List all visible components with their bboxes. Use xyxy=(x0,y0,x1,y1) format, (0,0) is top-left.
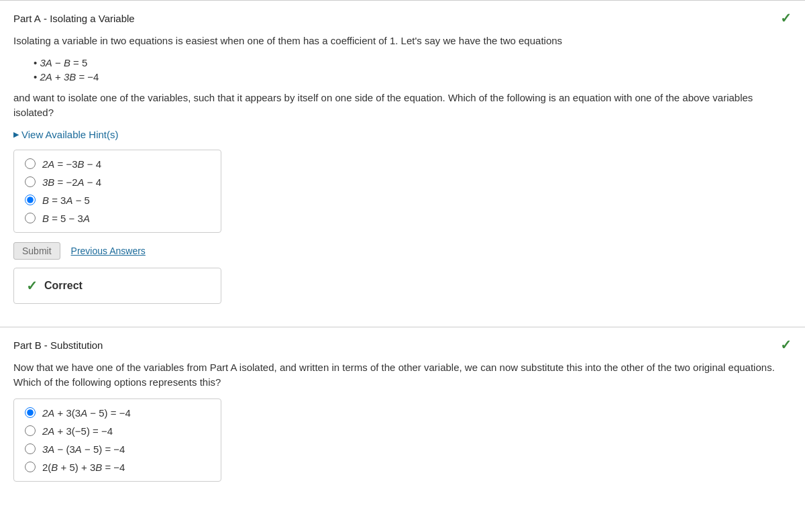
choice-a1[interactable]: 2A = −3B − 4 xyxy=(25,158,210,170)
part-a-label: Part A xyxy=(13,13,41,24)
equation-1: 3A − B = 5 xyxy=(34,57,792,68)
radio-b3[interactable] xyxy=(25,443,36,454)
radio-a3[interactable] xyxy=(25,195,36,205)
label-a1: 2A = −3B − 4 xyxy=(42,158,101,170)
part-b-corner-checkmark: ✓ xyxy=(780,337,792,353)
choice-b3[interactable]: 3A − (3A − 5) = −4 xyxy=(25,443,210,455)
choice-b4[interactable]: 2(B + 5) + 3B = −4 xyxy=(25,462,210,473)
choice-b2[interactable]: 2A + 3(−5) = −4 xyxy=(25,425,210,437)
submit-button[interactable]: Submit xyxy=(13,242,60,260)
previous-answers-link[interactable]: Previous Answers xyxy=(71,246,146,256)
part-a-section: Part A - Isolating a Variable ✓ Isolatin… xyxy=(0,0,805,320)
correct-label: Correct xyxy=(44,280,83,292)
equation-2: 2A + 3B = −4 xyxy=(34,71,792,83)
part-b-separator: - xyxy=(44,339,50,351)
hint-link[interactable]: View Available Hint(s) xyxy=(13,129,792,140)
part-b-subtitle: Substitution xyxy=(50,339,103,351)
part-a-question: and want to isolate one of the variables… xyxy=(13,91,792,121)
choice-b1[interactable]: 2A + 3(3A − 5) = −4 xyxy=(25,407,210,419)
radio-a1[interactable] xyxy=(25,158,36,169)
choice-a3[interactable]: B = 3A − 5 xyxy=(25,195,210,206)
label-a4: B = 5 − 3A xyxy=(42,213,90,224)
label-b1: 2A + 3(3A − 5) = −4 xyxy=(42,407,131,419)
part-a-choices-box: 2A = −3B − 4 3B = −2A − 4 B = 3A − 5 B =… xyxy=(13,150,221,233)
choice-a2[interactable]: 3B = −2A − 4 xyxy=(25,176,210,188)
radio-b1[interactable] xyxy=(25,407,36,418)
choice-a4[interactable]: B = 5 − 3A xyxy=(25,213,210,224)
part-a-separator: - xyxy=(44,13,50,24)
radio-b4[interactable] xyxy=(25,462,36,472)
radio-a4[interactable] xyxy=(25,213,36,223)
part-b-intro: Now that we have one of the variables fr… xyxy=(13,360,792,390)
part-b-section: Part B - Substitution ✓ Now that we have… xyxy=(0,327,805,507)
part-b-label: Part B xyxy=(13,339,42,351)
part-a-corner-checkmark: ✓ xyxy=(780,10,792,26)
label-b4: 2(B + 5) + 3B = −4 xyxy=(42,462,125,473)
part-a-header: Part A - Isolating a Variable xyxy=(13,13,792,24)
part-a-subtitle: Isolating a Variable xyxy=(50,13,134,24)
part-b-choices-box: 2A + 3(3A − 5) = −4 2A + 3(−5) = −4 3A −… xyxy=(13,398,221,482)
label-b3: 3A − (3A − 5) = −4 xyxy=(42,443,125,455)
part-a-action-row: Submit Previous Answers xyxy=(13,242,792,260)
part-a-equations: 3A − B = 5 2A + 3B = −4 xyxy=(34,57,792,83)
part-a-intro: Isolating a variable in two equations is… xyxy=(13,34,792,49)
label-a2: 3B = −2A − 4 xyxy=(42,176,101,188)
correct-checkmark: ✓ xyxy=(26,278,38,294)
part-b-header: Part B - Substitution xyxy=(13,339,792,351)
correct-box: ✓ Correct xyxy=(13,268,221,304)
label-b2: 2A + 3(−5) = −4 xyxy=(42,425,113,437)
label-a3: B = 3A − 5 xyxy=(42,195,90,206)
radio-a2[interactable] xyxy=(25,176,36,187)
radio-b2[interactable] xyxy=(25,425,36,436)
